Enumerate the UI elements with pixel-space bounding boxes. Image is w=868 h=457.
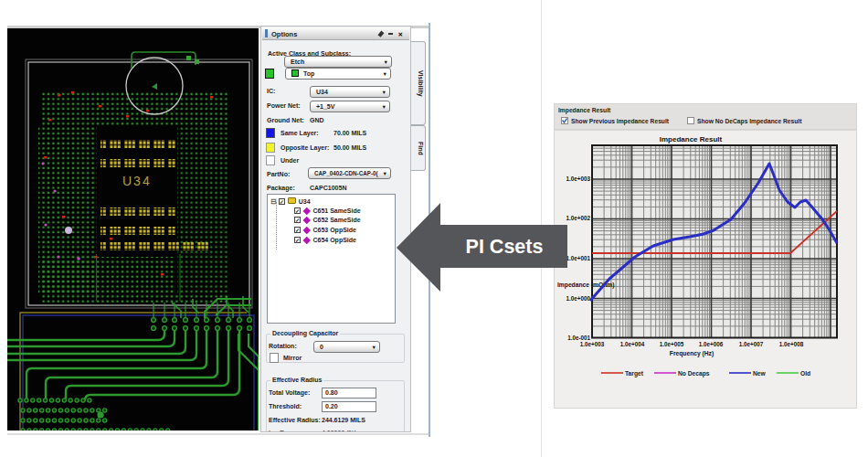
svg-text:Show Previous Impedance Result: Show Previous Impedance Result <box>571 118 670 125</box>
svg-text:1.0e-001: 1.0e-001 <box>567 335 590 341</box>
svg-text:1.0e+007: 1.0e+007 <box>739 341 764 347</box>
svg-text:Target: Target <box>625 370 644 377</box>
svg-text:Old: Old <box>800 370 810 377</box>
svg-text:1.0e+003: 1.0e+003 <box>580 341 605 347</box>
svg-text:Impedance Result: Impedance Result <box>558 107 611 114</box>
svg-text:PI Csets: PI Csets <box>466 236 544 258</box>
svg-text:1.0e+003: 1.0e+003 <box>566 175 591 182</box>
svg-text:Frequency (Hz): Frequency (Hz) <box>670 350 714 357</box>
svg-text:1.0e+005: 1.0e+005 <box>660 341 684 347</box>
svg-text:Impedance Result: Impedance Result <box>660 135 723 143</box>
svg-text:1.0e+008: 1.0e+008 <box>779 341 804 347</box>
svg-text:1.0e+006: 1.0e+006 <box>699 341 724 347</box>
svg-text:U34: U34 <box>122 174 152 188</box>
svg-text:No Decaps: No Decaps <box>678 370 710 377</box>
svg-text:1.0e+000: 1.0e+000 <box>566 295 591 302</box>
svg-text:1.0e+004: 1.0e+004 <box>620 341 645 347</box>
svg-text:Show No DeCaps Impedance Resul: Show No DeCaps Impedance Result <box>697 118 802 125</box>
svg-text:New: New <box>753 370 767 377</box>
